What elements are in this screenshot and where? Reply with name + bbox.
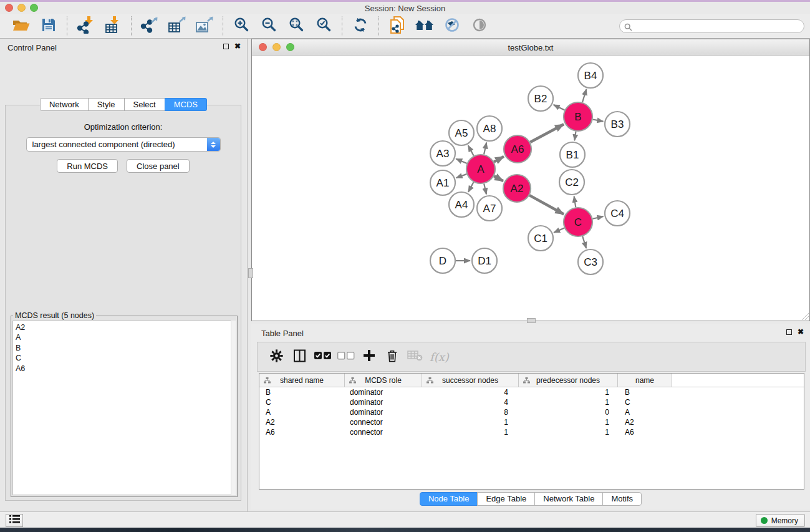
graph-node-C[interactable]: C bbox=[564, 208, 592, 236]
select-all-button[interactable] bbox=[311, 346, 334, 368]
graph-edge-C-C1[interactable] bbox=[554, 228, 564, 233]
table-row[interactable]: Bdominator41B bbox=[259, 387, 804, 397]
float-table-panel-icon[interactable] bbox=[786, 329, 792, 335]
table-row[interactable]: A2connector11A2 bbox=[259, 417, 804, 427]
network-window-titlebar[interactable]: testGlobe.txt bbox=[252, 39, 809, 56]
function-builder-button[interactable]: f(x) bbox=[430, 351, 449, 364]
result-item[interactable]: A6 bbox=[16, 364, 235, 374]
run-mcds-button[interactable]: Run MCDS bbox=[57, 159, 118, 173]
tab-network[interactable]: Network bbox=[40, 98, 89, 111]
table-cell[interactable]: A6 bbox=[618, 427, 672, 437]
tab-network-table[interactable]: Network Table bbox=[534, 492, 603, 506]
graph-node-C3[interactable]: C3 bbox=[578, 249, 603, 274]
table-row[interactable]: A6connector11A6 bbox=[259, 427, 804, 437]
graph-node-C1[interactable]: C1 bbox=[528, 226, 553, 251]
export-table-button[interactable] bbox=[163, 15, 191, 37]
result-item[interactable]: A bbox=[16, 332, 235, 342]
graph-node-A[interactable]: A bbox=[466, 155, 495, 183]
zoom-in-button[interactable] bbox=[228, 15, 255, 37]
graph-edge-C-C2[interactable] bbox=[574, 196, 576, 208]
import-network-button[interactable] bbox=[72, 15, 99, 37]
table-cell[interactable]: 1 bbox=[422, 427, 519, 437]
graph-node-D1[interactable]: D1 bbox=[472, 248, 497, 273]
tab-node-table[interactable]: Node Table bbox=[420, 492, 478, 506]
graph-edge-B-B4[interactable] bbox=[582, 89, 586, 102]
horizontal-splitter-handle[interactable] bbox=[527, 318, 536, 323]
table-cell[interactable]: A2 bbox=[618, 417, 672, 427]
tab-select[interactable]: Select bbox=[124, 98, 165, 111]
hide-labels-button[interactable] bbox=[438, 15, 466, 37]
graph-edge-A-A8[interactable] bbox=[484, 143, 486, 155]
add-entry-button[interactable] bbox=[357, 346, 380, 368]
table-cell[interactable]: A bbox=[618, 407, 672, 417]
close-table-panel-icon[interactable]: ✖ bbox=[798, 329, 804, 335]
show-graphics-details-button[interactable] bbox=[466, 15, 493, 37]
table-cell[interactable]: 0 bbox=[519, 407, 618, 417]
graph-edge-B-B3[interactable] bbox=[593, 120, 604, 122]
criterion-select[interactable]: largest connected component (directed) bbox=[26, 137, 221, 152]
column-header-shared-name[interactable]: shared name bbox=[259, 374, 345, 387]
table-cell[interactable]: C bbox=[618, 397, 672, 407]
table-cell[interactable]: B bbox=[618, 387, 672, 397]
table-cell[interactable]: dominator bbox=[345, 407, 422, 417]
table-cell[interactable]: A2 bbox=[259, 417, 345, 427]
graph-edge-C-C4[interactable] bbox=[592, 216, 603, 219]
table-cell[interactable]: connector bbox=[345, 427, 422, 437]
zoom-out-button[interactable] bbox=[255, 15, 282, 37]
table-row[interactable]: Adominator80A bbox=[259, 407, 804, 417]
result-scrollbar[interactable] bbox=[231, 321, 236, 495]
table-cell[interactable]: connector bbox=[345, 417, 422, 427]
table-cell[interactable]: B bbox=[259, 387, 345, 397]
search-input[interactable] bbox=[619, 19, 804, 33]
result-item[interactable]: C bbox=[16, 353, 235, 363]
import-table-button[interactable] bbox=[99, 15, 127, 37]
graph-edge-A-A1[interactable] bbox=[456, 174, 467, 178]
deselect-all-button[interactable] bbox=[334, 346, 357, 368]
network-canvas[interactable]: ABCA2A6A1A3A4A5A7A8B1B2B3B4C1C2C3C4DD1 bbox=[252, 56, 809, 321]
table-cell[interactable]: 8 bbox=[422, 407, 519, 417]
export-image-button[interactable] bbox=[191, 15, 218, 37]
graph-edge-B-B1[interactable] bbox=[574, 132, 576, 141]
apply-layout-button[interactable] bbox=[347, 15, 374, 37]
graph-node-A5[interactable]: A5 bbox=[449, 120, 474, 145]
table-cell[interactable]: C bbox=[259, 397, 345, 407]
table-cell[interactable]: A6 bbox=[259, 427, 345, 437]
column-header-MCDS-role[interactable]: MCDS role bbox=[345, 374, 422, 387]
close-panel-icon[interactable]: ✖ bbox=[234, 43, 241, 49]
table-cell[interactable]: A bbox=[259, 407, 345, 417]
tab-style[interactable]: Style bbox=[88, 98, 125, 111]
graph-node-A4[interactable]: A4 bbox=[449, 192, 474, 217]
zoom-selected-button[interactable] bbox=[310, 15, 337, 37]
column-header-successor-nodes[interactable]: successor nodes bbox=[422, 374, 519, 387]
graph-node-C2[interactable]: C2 bbox=[559, 170, 584, 195]
network-documents-button[interactable] bbox=[383, 15, 411, 37]
open-session-button[interactable] bbox=[7, 15, 35, 37]
home-button[interactable] bbox=[411, 15, 438, 37]
graph-node-A2[interactable]: A2 bbox=[503, 175, 531, 202]
tab-mcds[interactable]: MCDS bbox=[165, 98, 207, 111]
graph-edge-A2-C[interactable] bbox=[529, 195, 564, 214]
memory-button[interactable]: Memory bbox=[756, 514, 805, 527]
table-cell[interactable]: 1 bbox=[519, 397, 618, 407]
graph-edge-A-A6[interactable] bbox=[494, 157, 504, 162]
table-cell[interactable]: 1 bbox=[422, 417, 519, 427]
float-panel-icon[interactable] bbox=[223, 44, 229, 49]
table-row[interactable]: Cdominator41C bbox=[259, 397, 804, 407]
resize-grip[interactable] bbox=[802, 313, 809, 320]
table-cell[interactable]: 1 bbox=[519, 417, 618, 427]
column-header-name[interactable]: name bbox=[618, 374, 672, 387]
graph-edge-B-B2[interactable] bbox=[554, 105, 565, 110]
graph-node-B4[interactable]: B4 bbox=[578, 63, 603, 88]
graph-node-A6[interactable]: A6 bbox=[504, 135, 531, 163]
graph-edge-A-A4[interactable] bbox=[468, 182, 474, 192]
table-cell[interactable]: 4 bbox=[422, 397, 519, 407]
table-settings-button[interactable] bbox=[265, 346, 288, 368]
graph-node-B3[interactable]: B3 bbox=[605, 112, 630, 137]
graph-node-B2[interactable]: B2 bbox=[528, 86, 553, 111]
close-panel-button[interactable]: Close panel bbox=[127, 159, 190, 173]
graph-edge-A6-B[interactable] bbox=[530, 124, 564, 142]
show-columns-button[interactable] bbox=[288, 346, 311, 368]
zoom-fit-button[interactable] bbox=[282, 15, 310, 37]
graph-node-A3[interactable]: A3 bbox=[430, 141, 455, 166]
table-cell[interactable]: dominator bbox=[345, 397, 422, 407]
